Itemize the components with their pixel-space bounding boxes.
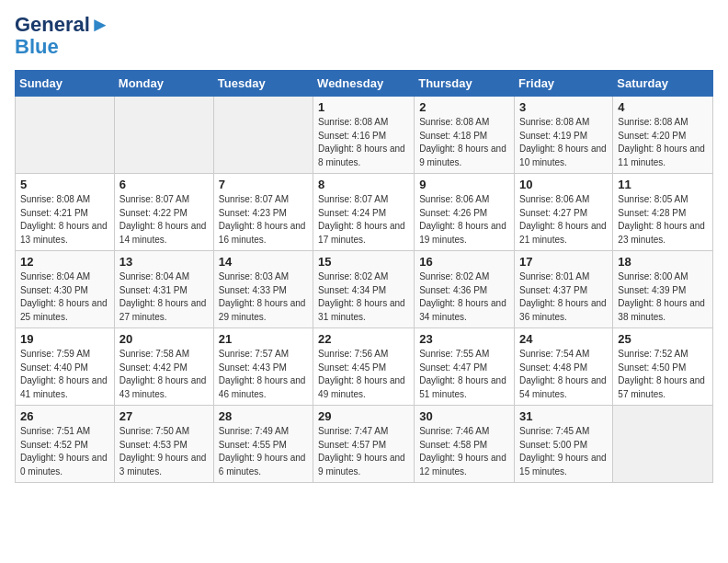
- day-detail: Sunrise: 7:58 AM Sunset: 4:42 PM Dayligh…: [119, 348, 209, 401]
- calendar-cell: 2Sunrise: 8:08 AM Sunset: 4:18 PM Daylig…: [415, 97, 515, 174]
- day-number: 3: [519, 100, 608, 114]
- day-number: 2: [419, 100, 509, 114]
- day-detail: Sunrise: 8:02 AM Sunset: 4:34 PM Dayligh…: [318, 270, 409, 324]
- day-number: 9: [419, 178, 509, 191]
- day-number: 15: [318, 255, 409, 269]
- day-detail: Sunrise: 8:08 AM Sunset: 4:18 PM Dayligh…: [419, 116, 509, 169]
- calendar-cell: 10Sunrise: 8:06 AM Sunset: 4:27 PM Dayli…: [515, 174, 613, 251]
- day-detail: Sunrise: 7:47 AM Sunset: 4:57 PM Dayligh…: [318, 425, 409, 478]
- day-number: 8: [318, 178, 409, 191]
- day-number: 6: [119, 178, 209, 191]
- calendar-cell: 17Sunrise: 8:01 AM Sunset: 4:37 PM Dayli…: [515, 251, 613, 328]
- day-number: 11: [618, 178, 708, 191]
- day-detail: Sunrise: 7:45 AM Sunset: 5:00 PM Dayligh…: [519, 425, 608, 478]
- calendar-cell: 16Sunrise: 8:02 AM Sunset: 4:36 PM Dayli…: [415, 251, 515, 328]
- day-number: 24: [519, 332, 608, 346]
- day-detail: Sunrise: 7:56 AM Sunset: 4:45 PM Dayligh…: [318, 348, 409, 401]
- calendar-week-row: 5Sunrise: 8:08 AM Sunset: 4:21 PM Daylig…: [16, 174, 713, 251]
- day-number: 21: [219, 332, 308, 346]
- calendar-cell: 9Sunrise: 8:06 AM Sunset: 4:26 PM Daylig…: [415, 174, 515, 251]
- calendar-cell: 22Sunrise: 7:56 AM Sunset: 4:45 PM Dayli…: [313, 328, 415, 406]
- calendar-cell: 11Sunrise: 8:05 AM Sunset: 4:28 PM Dayli…: [613, 174, 713, 251]
- weekday-header: Saturday: [613, 71, 713, 97]
- day-number: 5: [20, 178, 109, 191]
- day-number: 25: [618, 332, 708, 346]
- weekday-header: Wednesday: [313, 71, 415, 97]
- day-detail: Sunrise: 7:59 AM Sunset: 4:40 PM Dayligh…: [20, 348, 109, 401]
- day-number: 29: [318, 409, 409, 423]
- calendar-cell: [16, 97, 115, 174]
- calendar-cell: 5Sunrise: 8:08 AM Sunset: 4:21 PM Daylig…: [16, 174, 115, 251]
- day-number: 31: [519, 409, 608, 423]
- calendar-cell: 26Sunrise: 7:51 AM Sunset: 4:52 PM Dayli…: [16, 406, 115, 483]
- calendar-cell: 8Sunrise: 8:07 AM Sunset: 4:24 PM Daylig…: [313, 174, 415, 251]
- weekday-header: Monday: [114, 71, 213, 97]
- calendar-cell: [213, 97, 313, 174]
- logo: General► Blue: [15, 15, 110, 59]
- day-number: 19: [20, 332, 109, 346]
- weekday-header: Friday: [515, 71, 613, 97]
- calendar-cell: 27Sunrise: 7:50 AM Sunset: 4:53 PM Dayli…: [114, 406, 213, 483]
- calendar-week-row: 1Sunrise: 8:08 AM Sunset: 4:16 PM Daylig…: [16, 97, 713, 174]
- day-detail: Sunrise: 8:08 AM Sunset: 4:16 PM Dayligh…: [318, 116, 409, 169]
- logo-text: General►: [15, 15, 110, 35]
- day-number: 30: [419, 409, 509, 423]
- calendar-cell: [114, 97, 213, 174]
- day-number: 13: [119, 255, 209, 269]
- day-detail: Sunrise: 8:07 AM Sunset: 4:22 PM Dayligh…: [119, 193, 209, 247]
- calendar-cell: 25Sunrise: 7:52 AM Sunset: 4:50 PM Dayli…: [613, 328, 713, 406]
- calendar-header-row: SundayMondayTuesdayWednesdayThursdayFrid…: [16, 71, 713, 97]
- day-number: 22: [318, 332, 409, 346]
- day-number: 28: [219, 409, 308, 423]
- day-detail: Sunrise: 8:05 AM Sunset: 4:28 PM Dayligh…: [618, 193, 708, 247]
- calendar-cell: 19Sunrise: 7:59 AM Sunset: 4:40 PM Dayli…: [16, 328, 115, 406]
- day-detail: Sunrise: 7:50 AM Sunset: 4:53 PM Dayligh…: [119, 425, 209, 478]
- day-number: 14: [219, 255, 308, 269]
- calendar-cell: 1Sunrise: 8:08 AM Sunset: 4:16 PM Daylig…: [313, 97, 415, 174]
- weekday-header: Tuesday: [213, 71, 313, 97]
- day-detail: Sunrise: 8:07 AM Sunset: 4:23 PM Dayligh…: [219, 193, 308, 247]
- calendar-cell: 20Sunrise: 7:58 AM Sunset: 4:42 PM Dayli…: [114, 328, 213, 406]
- day-detail: Sunrise: 8:01 AM Sunset: 4:37 PM Dayligh…: [519, 270, 608, 324]
- calendar-cell: 7Sunrise: 8:07 AM Sunset: 4:23 PM Daylig…: [213, 174, 313, 251]
- day-detail: Sunrise: 8:04 AM Sunset: 4:30 PM Dayligh…: [20, 270, 109, 324]
- calendar-cell: 30Sunrise: 7:46 AM Sunset: 4:58 PM Dayli…: [415, 406, 515, 483]
- calendar-cell: 31Sunrise: 7:45 AM Sunset: 5:00 PM Dayli…: [515, 406, 613, 483]
- day-number: 10: [519, 178, 608, 191]
- day-number: 17: [519, 255, 608, 269]
- day-detail: Sunrise: 8:03 AM Sunset: 4:33 PM Dayligh…: [219, 270, 308, 324]
- day-number: 18: [618, 255, 708, 269]
- calendar-cell: 4Sunrise: 8:08 AM Sunset: 4:20 PM Daylig…: [613, 97, 713, 174]
- day-number: 16: [419, 255, 509, 269]
- day-number: 27: [119, 409, 209, 423]
- day-detail: Sunrise: 7:49 AM Sunset: 4:55 PM Dayligh…: [219, 425, 308, 478]
- day-number: 20: [119, 332, 209, 346]
- calendar-cell: 21Sunrise: 7:57 AM Sunset: 4:43 PM Dayli…: [213, 328, 313, 406]
- weekday-header: Thursday: [415, 71, 515, 97]
- page-header: General► Blue: [15, 15, 713, 59]
- calendar-cell: 13Sunrise: 8:04 AM Sunset: 4:31 PM Dayli…: [114, 251, 213, 328]
- calendar-cell: 6Sunrise: 8:07 AM Sunset: 4:22 PM Daylig…: [114, 174, 213, 251]
- day-detail: Sunrise: 8:02 AM Sunset: 4:36 PM Dayligh…: [419, 270, 509, 324]
- day-detail: Sunrise: 8:06 AM Sunset: 4:26 PM Dayligh…: [419, 193, 509, 247]
- day-detail: Sunrise: 8:08 AM Sunset: 4:21 PM Dayligh…: [20, 193, 109, 247]
- calendar-cell: 12Sunrise: 8:04 AM Sunset: 4:30 PM Dayli…: [16, 251, 115, 328]
- day-detail: Sunrise: 7:55 AM Sunset: 4:47 PM Dayligh…: [419, 348, 509, 401]
- day-number: 12: [20, 255, 109, 269]
- calendar-table: SundayMondayTuesdayWednesdayThursdayFrid…: [15, 70, 713, 483]
- calendar-cell: 18Sunrise: 8:00 AM Sunset: 4:39 PM Dayli…: [613, 251, 713, 328]
- day-detail: Sunrise: 8:04 AM Sunset: 4:31 PM Dayligh…: [119, 270, 209, 324]
- calendar-cell: 23Sunrise: 7:55 AM Sunset: 4:47 PM Dayli…: [415, 328, 515, 406]
- day-number: 23: [419, 332, 509, 346]
- day-number: 1: [318, 100, 409, 114]
- day-number: 7: [219, 178, 308, 191]
- day-detail: Sunrise: 7:54 AM Sunset: 4:48 PM Dayligh…: [519, 348, 608, 401]
- calendar-cell: [613, 406, 713, 483]
- day-detail: Sunrise: 8:07 AM Sunset: 4:24 PM Dayligh…: [318, 193, 409, 247]
- logo-blue: Blue: [15, 35, 59, 58]
- calendar-cell: 15Sunrise: 8:02 AM Sunset: 4:34 PM Dayli…: [313, 251, 415, 328]
- calendar-cell: 29Sunrise: 7:47 AM Sunset: 4:57 PM Dayli…: [313, 406, 415, 483]
- day-detail: Sunrise: 8:08 AM Sunset: 4:20 PM Dayligh…: [618, 116, 708, 169]
- day-number: 4: [618, 100, 708, 114]
- calendar-cell: 14Sunrise: 8:03 AM Sunset: 4:33 PM Dayli…: [213, 251, 313, 328]
